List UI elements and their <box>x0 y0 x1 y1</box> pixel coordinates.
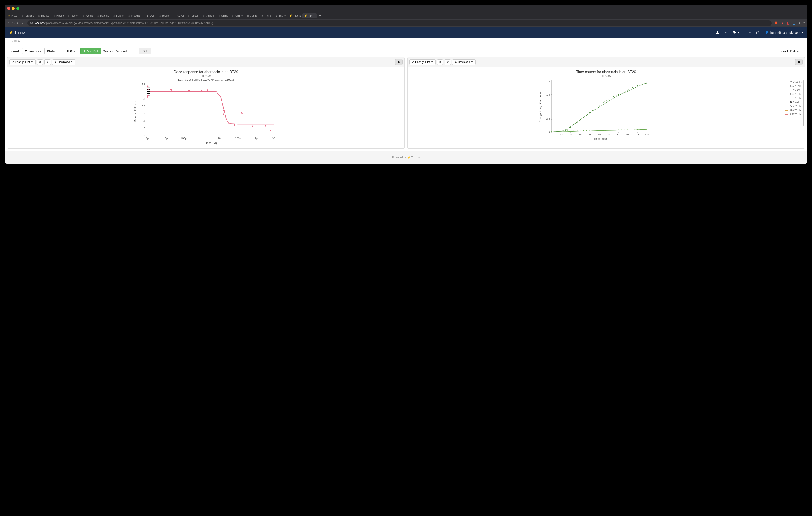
close-plot-button[interactable]: ✕ <box>395 59 403 65</box>
user-menu[interactable]: 👤 thunor@example.com ▼ <box>765 31 803 34</box>
download-plot-button[interactable]: ⬇ Download ▼ <box>52 59 76 65</box>
reload-button[interactable]: ⟳ <box>17 21 20 25</box>
svg-point-91 <box>613 96 614 97</box>
browser-tab[interactable]: δThuno <box>273 13 288 18</box>
warning-icon[interactable]: ▲ <box>781 21 784 25</box>
app-brand[interactable]: ⚡ Thunor <box>9 31 26 35</box>
tab-favicon: ◌ <box>232 14 234 17</box>
edit-menu[interactable]: ▼ <box>745 31 751 34</box>
browser-tab[interactable]: ◌pysb/s <box>157 13 172 18</box>
back-button[interactable]: ◁ <box>7 21 9 25</box>
time-course-chart: 00.511.5201224364860728496108120 Time (h… <box>410 78 802 141</box>
browser-tab[interactable]: ◌Pioggia <box>126 13 142 18</box>
legend-item[interactable]: 74.7625 pM <box>785 81 803 83</box>
browser-tab[interactable]: ◌Guide <box>81 13 95 18</box>
menu-icon[interactable]: ≡ <box>803 21 805 25</box>
svg-text:108: 108 <box>635 133 639 136</box>
back-to-dataset-button[interactable]: ← Back to Dataset <box>773 48 803 54</box>
tab-label: pysb/s <box>163 14 170 17</box>
copy-plot-button[interactable]: ⧉ <box>437 59 443 65</box>
legend-item[interactable]: 3.7375 nM <box>785 93 803 95</box>
svg-point-129 <box>647 129 647 129</box>
svg-point-121 <box>621 129 622 130</box>
browser-tab[interactable]: ◌CMSB2 <box>20 13 36 18</box>
svg-text:24: 24 <box>569 133 572 136</box>
new-tab-button[interactable]: + <box>317 13 323 18</box>
browser-tab[interactable]: ⚡Tutoria <box>288 13 302 18</box>
chart-icon[interactable] <box>724 31 728 34</box>
forward-button[interactable]: ▷ <box>12 21 14 25</box>
svg-text:?: ? <box>757 31 758 34</box>
legend-item[interactable]: 1.246 nM <box>785 89 803 91</box>
url-input[interactable]: ⓘ localhost/plots?dataset=1&colsLg=2&col… <box>27 20 772 26</box>
svg-point-36 <box>223 114 224 115</box>
legend-item[interactable]: 249.25 nM <box>785 105 803 108</box>
close-tab-icon[interactable]: × <box>313 14 315 17</box>
close-plot-button[interactable]: ✕ <box>795 59 803 65</box>
svg-point-34 <box>201 90 202 91</box>
second-dataset-toggle[interactable]: OFF <box>130 48 151 54</box>
legend-item[interactable]: 3.9875 µM <box>785 113 803 116</box>
copy-plot-button[interactable]: ⧉ <box>37 59 43 65</box>
browser-tab[interactable]: ◌AMICI/ <box>171 13 186 18</box>
change-plot-button[interactable]: ⇄ Change Plot ▼ <box>9 59 35 65</box>
browser-tab[interactable]: ▦Config <box>244 13 259 18</box>
add-plot-button[interactable]: ✚ Add Plot <box>81 48 101 54</box>
browser-tab[interactable]: ◌runBlo <box>215 13 230 18</box>
legend-item[interactable]: 62.3 nM <box>785 101 803 103</box>
browser-tab[interactable]: ◌mitmat <box>36 13 51 18</box>
browser-tab[interactable]: ◌Online <box>230 13 244 18</box>
tab-favicon: ◌ <box>68 14 71 17</box>
extensions-icon[interactable]: ✦ <box>798 21 801 25</box>
download-plot-button[interactable]: ⬇ Download ▼ <box>452 59 475 65</box>
svg-point-120 <box>618 129 619 130</box>
tab-favicon: δ <box>275 14 278 17</box>
browser-tab[interactable]: ◌Daphne <box>95 13 111 18</box>
browser-tab[interactable]: ◌Essent <box>186 13 201 18</box>
legend-item[interactable]: 996.75 nM <box>785 109 803 112</box>
tab-favicon: ◌ <box>143 14 146 17</box>
svg-text:100p: 100p <box>180 137 187 140</box>
extension-icon-1[interactable]: ◧ <box>787 21 789 25</box>
svg-point-111 <box>589 130 590 131</box>
close-window-button[interactable] <box>7 7 10 10</box>
legend-item[interactable]: 305.25 pM <box>785 85 803 87</box>
browser-tab[interactable]: ◌Annou <box>201 13 216 18</box>
browser-tab[interactable]: δThuno <box>259 13 273 18</box>
browser-tab[interactable]: ◌python <box>66 13 81 18</box>
svg-point-99 <box>551 131 552 131</box>
upload-icon[interactable] <box>716 31 719 34</box>
layout-select[interactable]: 2 columns ▼ <box>22 48 45 54</box>
browser-tab[interactable]: ◌Help m <box>111 13 126 18</box>
plot-subtitle: HTS007 <box>10 74 402 78</box>
tab-label: Pioggia <box>132 14 140 17</box>
plot-stats: EC50: 16.96 nM IC50: 17.299 nM Emax rel:… <box>10 79 402 82</box>
brave-shield-icon[interactable] <box>774 21 778 26</box>
maximize-window-button[interactable] <box>16 7 19 10</box>
open-plot-button[interactable]: ↗ <box>45 59 51 65</box>
tab-label: CMSB2 <box>25 14 34 17</box>
browser-tab[interactable]: ◌Parallel <box>51 13 66 18</box>
tab-label: Config <box>250 14 257 17</box>
browser-tab[interactable]: ◌Showin <box>141 13 157 18</box>
svg-point-124 <box>631 129 632 130</box>
svg-text:0: 0 <box>549 130 550 133</box>
bookmark-icon[interactable]: ▭ <box>22 21 25 25</box>
legend-item[interactable]: 15.575 nM <box>785 97 803 99</box>
tab-label: mitmat <box>41 14 49 17</box>
svg-text:0.2: 0.2 <box>142 119 145 123</box>
dataset-button[interactable]: ☰ HTS007 <box>58 48 78 54</box>
help-icon[interactable]: ? <box>756 31 760 34</box>
svg-point-128 <box>643 129 644 129</box>
minimize-window-button[interactable] <box>12 7 14 10</box>
browser-tab[interactable]: ⚡Plo× <box>302 13 317 18</box>
tags-menu[interactable]: ▼ <box>733 31 740 34</box>
open-plot-button[interactable]: ↗ <box>444 59 451 65</box>
browser-tab[interactable]: ⚡Plots | <box>6 13 20 18</box>
breadcrumb-home[interactable]: ⌂ <box>9 40 10 43</box>
extension-icon-2[interactable]: ▤ <box>792 21 795 25</box>
legend-scrollbar[interactable] <box>803 81 804 126</box>
tab-label: Showin <box>147 14 155 17</box>
change-plot-button[interactable]: ⇄ Change Plot ▼ <box>409 59 436 65</box>
svg-point-93 <box>622 92 624 93</box>
